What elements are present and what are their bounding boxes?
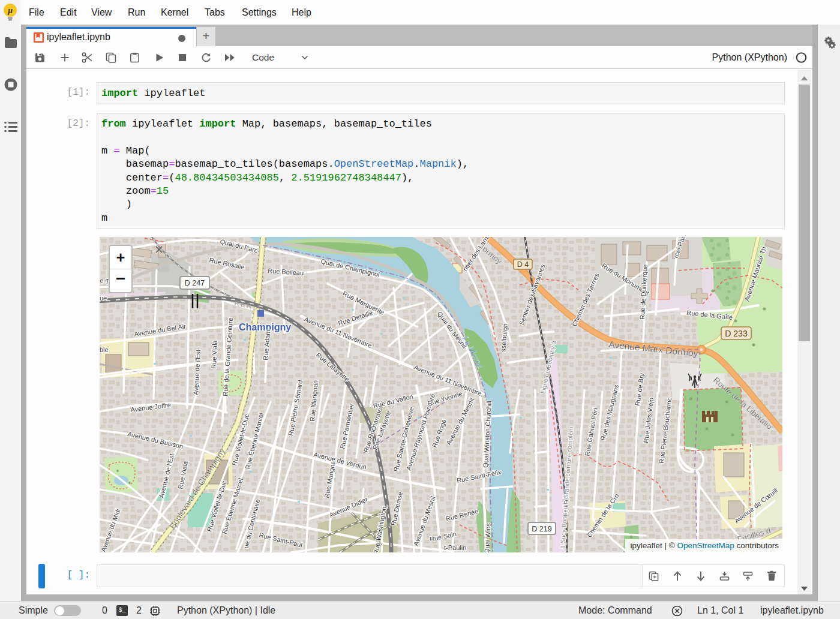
svg-text:Quai Wins: Quai Wins [483, 522, 492, 552]
svg-text:D 219: D 219 [532, 525, 551, 533]
svg-text:µ: µ [7, 6, 13, 15]
svg-text:ue: ue [100, 295, 107, 302]
svg-text:D 247: D 247 [185, 279, 205, 287]
svg-text:D 233: D 233 [725, 329, 748, 338]
svg-text:ble: ble [100, 346, 109, 353]
svg-text:D 4: D 4 [517, 260, 529, 269]
svg-text:Rue Viala: Rue Viala [210, 339, 218, 369]
svg-text:t-Paulin: t-Paulin [444, 544, 466, 551]
